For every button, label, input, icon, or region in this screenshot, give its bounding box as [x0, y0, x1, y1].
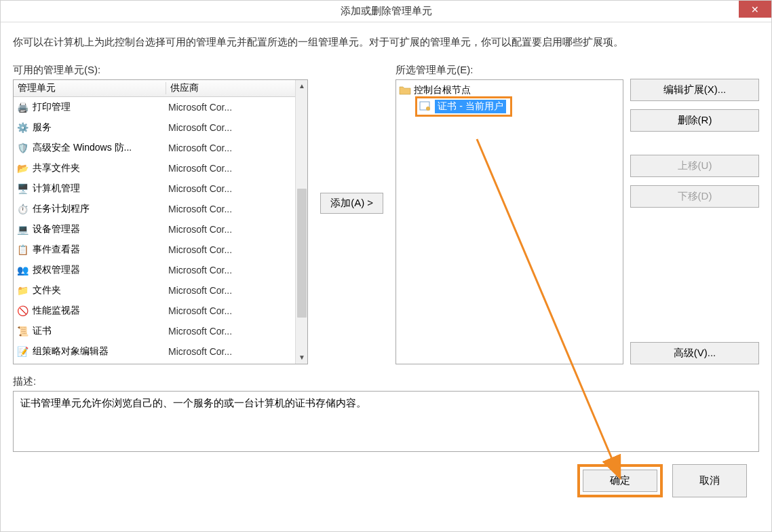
tree-child-label: 证书 - 当前用户 — [435, 100, 505, 113]
snapin-name: 计算机管理 — [33, 183, 168, 195]
cancel-button[interactable]: 取消 — [672, 464, 747, 497]
list-item[interactable]: ⏱️任务计划程序Microsoft Cor... — [14, 199, 307, 219]
annotation-highlight-ok: 确定 — [577, 464, 663, 497]
snapin-icon: 📋 — [16, 244, 28, 256]
list-body: 🖨️打印管理Microsoft Cor...⚙️服务Microsoft Cor.… — [14, 97, 307, 364]
list-item[interactable]: 🚫性能监视器Microsoft Cor... — [14, 301, 307, 321]
snapin-name: 共享文件夹 — [33, 162, 168, 174]
snapin-vendor: Microsoft Cor... — [168, 285, 232, 296]
advanced-button[interactable]: 高级(V)... — [630, 342, 759, 364]
intro-text: 你可以在计算机上为此控制台选择可用的管理单元并配置所选的一组管理单元。对于可扩展… — [13, 35, 759, 50]
list-item[interactable]: 🖥️计算机管理Microsoft Cor... — [14, 178, 307, 199]
snapin-icon: 💻 — [16, 223, 28, 235]
description-label: 描述: — [13, 375, 759, 388]
middle-column: 添加(A) > — [315, 64, 389, 214]
content-area: 你可以在计算机上为此控制台选择可用的管理单元并配置所选的一组管理单元。对于可扩展… — [1, 22, 771, 531]
snapin-icon: 📂 — [16, 162, 28, 174]
folder-icon — [399, 84, 411, 96]
certificate-icon — [419, 100, 432, 113]
scroll-down-icon[interactable]: ▼ — [296, 352, 308, 364]
description-text: 证书管理单元允许你浏览自己的、一个服务的或一台计算机的证书存储内容。 — [13, 391, 759, 452]
snapin-icon: ⏱️ — [16, 203, 28, 215]
snapin-icon: ⚙️ — [16, 121, 28, 134]
edit-extensions-button[interactable]: 编辑扩展(X)... — [630, 79, 759, 101]
snapin-vendor: Microsoft Cor... — [168, 224, 232, 235]
snapin-vendor: Microsoft Cor... — [168, 142, 232, 153]
list-item[interactable]: 👥授权管理器Microsoft Cor... — [14, 260, 307, 280]
snapin-name: 文件夹 — [33, 284, 168, 297]
list-item[interactable]: 🖨️打印管理Microsoft Cor... — [14, 97, 307, 117]
list-item[interactable]: 📂共享文件夹Microsoft Cor... — [14, 158, 307, 178]
list-item[interactable]: 📝组策略对象编辑器Microsoft Cor... — [14, 341, 307, 362]
list-item[interactable]: ⚙️服务Microsoft Cor... — [14, 117, 307, 138]
dialog-window: 添加或删除管理单元 ✕ 你可以在计算机上为此控制台选择可用的管理单元并配置所选的… — [0, 0, 772, 532]
close-button[interactable]: ✕ — [739, 1, 771, 18]
dialog-footer: 确定 取消 — [13, 452, 759, 508]
snapin-icon: 📁 — [16, 284, 28, 297]
move-up-button[interactable]: 上移(U) — [630, 155, 759, 177]
snapin-icon: 📝 — [16, 345, 28, 358]
snapin-vendor: Microsoft Cor... — [168, 122, 232, 133]
available-snapins-label: 可用的管理单元(S): — [13, 64, 308, 77]
list-item[interactable]: 📋事件查看器Microsoft Cor... — [14, 240, 307, 260]
snapin-name: 任务计划程序 — [33, 203, 168, 215]
snapin-name: 高级安全 Windows 防... — [33, 142, 168, 154]
list-item[interactable]: 🧩组件服务Microsoft Cor... — [14, 362, 307, 364]
tree-root-node[interactable]: 控制台根节点 — [398, 83, 621, 98]
snapin-name: 事件查看器 — [33, 244, 168, 256]
list-item[interactable]: 💻设备管理器Microsoft Cor... — [14, 219, 307, 240]
selected-snapins-label: 所选管理单元(E): — [395, 64, 623, 77]
snapin-vendor: Microsoft Cor... — [168, 163, 232, 174]
snapin-vendor: Microsoft Cor... — [168, 265, 232, 276]
snapin-name: 性能监视器 — [33, 305, 168, 317]
remove-button[interactable]: 删除(R) — [630, 109, 759, 132]
snapin-name: 授权管理器 — [33, 264, 168, 276]
snapin-vendor: Microsoft Cor... — [168, 244, 232, 255]
snapin-icon: 🖥️ — [16, 183, 28, 195]
list-column-headers: 管理单元 供应商 — [14, 80, 307, 97]
column-header-name[interactable]: 管理单元 — [14, 82, 166, 94]
ok-button[interactable]: 确定 — [583, 470, 657, 492]
snapin-vendor: Microsoft Cor... — [168, 204, 232, 214]
snapin-icon: 🚫 — [16, 305, 28, 317]
available-snapins-list[interactable]: 管理单元 供应商 🖨️打印管理Microsoft Cor...⚙️服务Micro… — [13, 79, 308, 364]
add-button[interactable]: 添加(A) > — [320, 193, 383, 214]
list-item[interactable]: 📜证书Microsoft Cor... — [14, 321, 307, 341]
snapin-name: 服务 — [33, 121, 168, 134]
description-section: 描述: 证书管理单元允许你浏览自己的、一个服务的或一台计算机的证书存储内容。 — [13, 375, 759, 452]
tree-child-node[interactable]: 证书 - 当前用户 — [412, 98, 621, 115]
snapin-name: 组策略对象编辑器 — [33, 345, 168, 358]
annotation-highlight-selected: 证书 - 当前用户 — [415, 96, 512, 117]
selected-snapins-section: 所选管理单元(E): 控制台根节点 证书 - 当前用户 — [395, 64, 623, 364]
snapin-vendor: Microsoft Cor... — [168, 102, 232, 113]
snapin-vendor: Microsoft Cor... — [168, 326, 232, 337]
snapin-vendor: Microsoft Cor... — [168, 346, 232, 357]
selected-snapins-tree[interactable]: 控制台根节点 证书 - 当前用户 — [395, 79, 623, 364]
available-snapins-section: 可用的管理单元(S): 管理单元 供应商 🖨️打印管理Microsoft Cor… — [13, 64, 308, 364]
dialog-title: 添加或删除管理单元 — [341, 5, 432, 18]
snapin-icon: 🛡️ — [16, 142, 28, 154]
scroll-thumb[interactable] — [297, 189, 307, 318]
scroll-up-icon[interactable]: ▲ — [296, 80, 308, 92]
snapin-name: 设备管理器 — [33, 223, 168, 235]
titlebar: 添加或删除管理单元 ✕ — [1, 1, 771, 22]
column-header-vendor[interactable]: 供应商 — [166, 82, 307, 94]
snapin-vendor: Microsoft Cor... — [168, 305, 232, 316]
move-down-button[interactable]: 下移(D) — [630, 185, 759, 208]
snapin-name: 打印管理 — [33, 101, 168, 113]
side-buttons-column: 编辑扩展(X)... 删除(R) 上移(U) 下移(D) 高级(V)... — [630, 64, 759, 364]
list-item[interactable]: 📁文件夹Microsoft Cor... — [14, 280, 307, 301]
svg-point-1 — [426, 107, 430, 111]
snapin-icon: 👥 — [16, 264, 28, 276]
list-item[interactable]: 🛡️高级安全 Windows 防...Microsoft Cor... — [14, 138, 307, 158]
main-layout: 可用的管理单元(S): 管理单元 供应商 🖨️打印管理Microsoft Cor… — [13, 64, 759, 364]
snapin-icon: 🖨️ — [16, 101, 28, 113]
close-icon: ✕ — [751, 4, 759, 15]
snapin-name: 证书 — [33, 325, 168, 337]
snapin-icon: 📜 — [16, 325, 28, 337]
snapin-vendor: Microsoft Cor... — [168, 183, 232, 194]
vertical-scrollbar[interactable]: ▲ ▼ — [295, 80, 307, 364]
tree-root-label: 控制台根节点 — [414, 84, 471, 96]
